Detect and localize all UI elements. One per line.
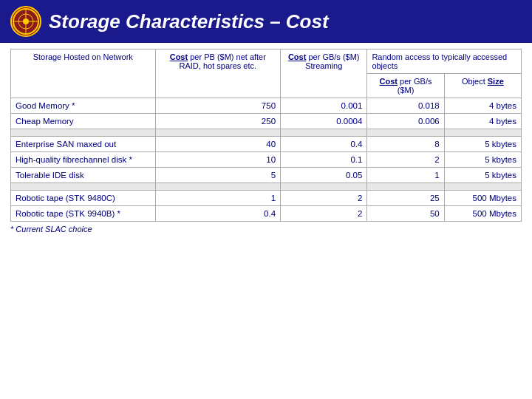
- cell-storage-name: Tolerable IDE disk: [11, 168, 156, 183]
- col-header-random: Random access to typically accessed obje…: [367, 50, 522, 74]
- cell-value: 0.4: [155, 206, 280, 222]
- cell-value: 0.05: [281, 168, 367, 183]
- header: Storage Characteristics – Cost: [0, 0, 532, 43]
- cell-value: 10: [155, 152, 280, 168]
- cell-storage-name: Cheap Memory: [11, 114, 156, 129]
- cell-value: 0.018: [367, 98, 444, 114]
- cell-value: 500 Mbytes: [444, 191, 521, 206]
- table-row: Robotic tape (STK 9480C)1225500 Mbytes: [11, 191, 522, 206]
- cell-value: 4 bytes: [444, 98, 521, 114]
- cell-value: 5 kbytes: [444, 168, 521, 183]
- cell-storage-name: High-quality fibrechannel disk *: [11, 152, 156, 168]
- table-row: High-quality fibrechannel disk *100.125 …: [11, 152, 522, 168]
- table-row: Tolerable IDE disk50.0515 kbytes: [11, 168, 522, 183]
- cell-storage-name: Robotic tape (STK 9480C): [11, 191, 156, 206]
- cell-value: 5 kbytes: [444, 137, 521, 152]
- cell-value: 500 Mbytes: [444, 206, 521, 222]
- cell-value: 750: [155, 98, 280, 114]
- cell-value: 5: [155, 168, 280, 183]
- cell-value: 2: [367, 152, 444, 168]
- table-separator-row: [11, 129, 522, 137]
- col-header-cost-pb: Cost per PB ($M) net after RAID, hot spa…: [155, 50, 280, 98]
- cell-value: 0.0004: [281, 114, 367, 129]
- cell-value: 1: [367, 168, 444, 183]
- table-row: Robotic tape (STK 9940B) *0.4250500 Mbyt…: [11, 206, 522, 222]
- cell-value: 0.001: [281, 98, 367, 114]
- cell-value: 2: [281, 206, 367, 222]
- cell-storage-name: Good Memory *: [11, 98, 156, 114]
- logo: [10, 6, 41, 37]
- cell-storage-name: Enterprise SAN maxed out: [11, 137, 156, 152]
- cell-value: 0.4: [281, 137, 367, 152]
- table-header-row: Storage Hosted on Network Cost per PB ($…: [11, 50, 522, 74]
- cell-value: 2: [281, 191, 367, 206]
- cell-value: 25: [367, 191, 444, 206]
- col-header-cost-gb: Cost per GB/s ($M) Streaming: [281, 50, 367, 98]
- table-row: Enterprise SAN maxed out400.485 kbytes: [11, 137, 522, 152]
- page-title: Storage Characteristics – Cost: [49, 10, 329, 33]
- col-subheader-cost-gb2: Cost per GB/s ($M): [367, 74, 444, 98]
- cell-value: 0.1: [281, 152, 367, 168]
- cell-value: 1: [155, 191, 280, 206]
- cell-value: 5 kbytes: [444, 152, 521, 168]
- table-separator-row: [11, 183, 522, 191]
- footer-note: * Current SLAC choice: [10, 222, 522, 233]
- cell-value: 4 bytes: [444, 114, 521, 129]
- cell-value: 0.006: [367, 114, 444, 129]
- table-row: Cheap Memory2500.00040.0064 bytes: [11, 114, 522, 129]
- cell-value: 250: [155, 114, 280, 129]
- cell-storage-name: Robotic tape (STK 9940B) *: [11, 206, 156, 222]
- table-row: Good Memory *7500.0010.0184 bytes: [11, 98, 522, 114]
- cell-value: 50: [367, 206, 444, 222]
- cell-value: 40: [155, 137, 280, 152]
- cell-value: 8: [367, 137, 444, 152]
- col-header-storage: Storage Hosted on Network: [11, 50, 156, 98]
- col-subheader-obj-size: Object Size: [444, 74, 521, 98]
